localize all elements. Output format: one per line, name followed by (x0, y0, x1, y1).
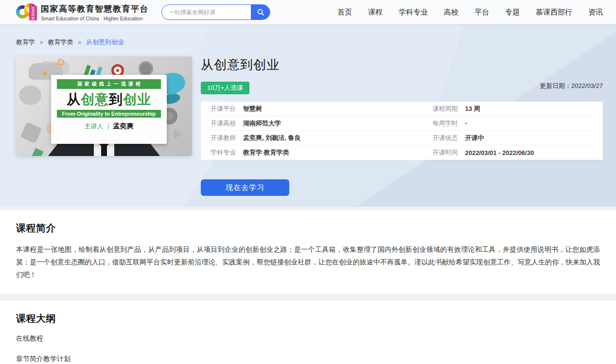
table-row: 开课教师 孟奕爽, 刘颖洁, 鲁良 开课状态 开课中 (211, 131, 593, 145)
detail-value-status: 开课中 (465, 134, 484, 142)
cover-english-subtitle: From Originality to Entrepreneurship (57, 110, 161, 118)
search-bar (161, 4, 270, 20)
breadcrumb: 教育学 > 教育学类 > 从创意到创业 (0, 24, 616, 47)
outline-item-chapter-intro[interactable]: 章节简介教学计划 (16, 353, 600, 364)
cover-person-tie (101, 143, 107, 156)
table-row: 开课平台 智慧树 课程周期 13 周 (211, 102, 593, 116)
intro-text: 本课程是一张地图，绘制着从创意到产品，从产品到项目，从项目到企业的创新创业之路；… (16, 243, 600, 281)
nav-item-platforms[interactable]: 平台 (475, 8, 489, 17)
main-nav: 首页 课程 学科专业 高校 平台 专题 慕课西部行 资讯 (337, 8, 603, 17)
table-row: 开课高校 湖南师范大学 每周学时 - (211, 116, 593, 131)
detail-label: 开课高校 (211, 119, 236, 128)
detail-value-teachers: 孟奕爽, 刘颖洁, 鲁良 (243, 134, 300, 142)
logo-icon-text: 智慧高教 (29, 6, 37, 20)
detail-label: 每周学时 (432, 119, 458, 128)
detail-value-schedule: 2022/03/01 - 2022/06/30 (465, 149, 534, 156)
cover-deco-cloud (19, 86, 41, 105)
course-info-panel: 从创意到创业 10万+人选课 更新日期：2022/03/27 开课平台 智慧树 … (201, 56, 603, 196)
intro-section-title: 课程简介 (16, 222, 600, 235)
cover-banner-text: 国家级线上一流课程 (57, 79, 161, 89)
search-icon (257, 8, 264, 16)
cover-deco-puzzle (20, 122, 42, 144)
breadcrumb-item-discipline[interactable]: 教育学 (16, 38, 35, 47)
detail-label: 开课时间 (432, 148, 458, 157)
nav-item-mooc-west[interactable]: 慕课西部行 (536, 8, 572, 17)
breadcrumb-item-current: 从创意到创业 (86, 38, 124, 47)
go-study-button[interactable]: 现在去学习 (201, 179, 289, 196)
cover-deco-orange-icons (57, 59, 65, 66)
nav-item-universities[interactable]: 高校 (444, 8, 458, 17)
nav-item-courses[interactable]: 课程 (368, 8, 383, 17)
course-cover-image: 国家级线上一流课程 从创意到创业 From Originality to Ent… (16, 56, 192, 156)
course-title: 从创意到创业 (201, 56, 603, 73)
nav-item-disciplines[interactable]: 学科专业 (399, 8, 428, 17)
detail-value-weekly-hours: - (465, 120, 467, 127)
course-outline-section: 课程大纲 在线教程 章节简介教学计划 绪章 导论 (0, 301, 616, 364)
breadcrumb-item-category[interactable]: 教育学类 (48, 38, 73, 47)
course-hero-section: 教育学 > 教育学类 > 从创意到创业 国家级线上一流课程 从创意到创业 (0, 24, 616, 207)
course-details-table: 开课平台 智慧树 课程周期 13 周 开课高校 湖南师范大学 每周学时 (201, 102, 603, 160)
search-button[interactable] (251, 5, 270, 19)
nav-item-news[interactable]: 资讯 (588, 8, 603, 17)
cover-presenter-line: 主讲人 ｜ 孟奕爽 (57, 122, 161, 131)
course-intro-section: 课程简介 本课程是一张地图，绘制着从创意到产品，从产品到项目，从项目到企业的创新… (0, 210, 616, 294)
platform-logo-icon: 智慧高教 (16, 3, 36, 21)
cover-deco-globe (139, 61, 153, 76)
nav-item-home[interactable]: 首页 (337, 8, 352, 17)
platform-title: 国家高等教育智慧教育平台 (41, 3, 149, 15)
detail-value-platform: 智慧树 (243, 104, 262, 113)
update-date: 更新日期：2022/03/27 (540, 82, 603, 90)
detail-label: 课程周期 (432, 104, 458, 113)
detail-value-discipline: 教育学 教育学类 (243, 148, 289, 157)
detail-label: 开课教师 (211, 134, 236, 142)
detail-label: 学科专业 (211, 148, 236, 157)
platform-logo-text: 国家高等教育智慧教育平台 Smart Education of China · … (41, 3, 149, 21)
cover-arrow-icon (174, 129, 182, 139)
detail-label: 开课状态 (432, 134, 458, 142)
detail-label: 开课平台 (211, 104, 236, 113)
cover-sign-board: 国家级线上一流课程 从创意到创业 From Originality to Ent… (51, 75, 167, 144)
outline-list: 章节简介教学计划 绪章 导论 (16, 353, 600, 364)
search-input[interactable] (162, 5, 251, 19)
chevron-right-icon: > (40, 39, 43, 45)
detail-value-university: 湖南师范大学 (243, 119, 281, 128)
platform-subtitle: Smart Education of China · Higher Educat… (41, 16, 149, 21)
table-row: 学科专业 教育学 教育学类 开课时间 2022/03/01 - 2022/06/… (211, 145, 593, 160)
top-header: 智慧高教 国家高等教育智慧教育平台 Smart Education of Chi… (0, 0, 616, 24)
enrollment-badge: 10万+人选课 (201, 82, 249, 94)
platform-logo[interactable]: 智慧高教 国家高等教育智慧教育平台 Smart Education of Chi… (16, 3, 149, 21)
chevron-right-icon: > (78, 39, 81, 45)
nav-item-topics[interactable]: 专题 (505, 8, 520, 17)
outline-section-title: 课程大纲 (16, 312, 600, 325)
detail-value-duration: 13 周 (465, 104, 480, 113)
cover-course-title: 从创意到创业 (57, 90, 161, 109)
outline-tab-online-tutorial[interactable]: 在线教程 (16, 334, 43, 343)
